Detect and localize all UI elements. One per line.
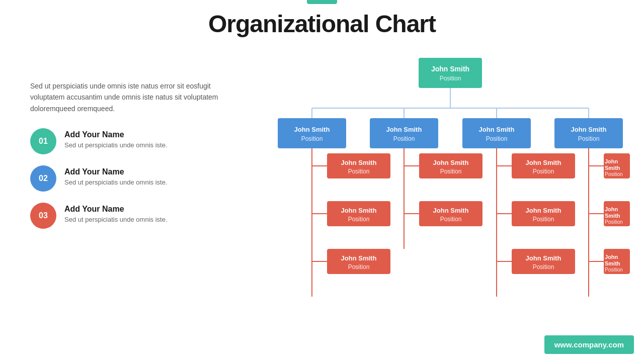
svg-text:John: John xyxy=(605,254,618,260)
item-desc-1: Sed ut perspiciatis unde omnis iste. xyxy=(64,141,168,149)
svg-text:Smith: Smith xyxy=(605,213,620,219)
svg-text:Position: Position xyxy=(533,216,554,223)
numbered-item-2: 02 Add Your Name Sed ut perspiciatis und… xyxy=(30,165,242,192)
svg-rect-12 xyxy=(370,118,438,148)
svg-text:John Smith: John Smith xyxy=(341,159,377,166)
svg-text:Position: Position xyxy=(533,168,554,175)
number-circle-1: 01 xyxy=(30,128,56,154)
item-title-3: Add Your Name xyxy=(64,205,168,214)
item-content-3: Add Your Name Sed ut perspiciatis unde o… xyxy=(64,203,168,223)
svg-text:Position: Position xyxy=(440,216,462,223)
item-desc-3: Sed ut perspiciatis unde omnis iste. xyxy=(64,216,168,223)
svg-text:John Smith: John Smith xyxy=(341,207,377,214)
svg-text:John Smith: John Smith xyxy=(526,254,561,262)
svg-text:Smith: Smith xyxy=(605,260,620,266)
svg-text:Position: Position xyxy=(348,168,370,175)
description-text: Sed ut perspiciatis unde omnis iste natu… xyxy=(30,80,242,114)
svg-text:John Smith: John Smith xyxy=(526,207,561,214)
svg-text:John Smith: John Smith xyxy=(294,126,330,133)
svg-text:Position: Position xyxy=(348,263,370,270)
svg-text:John Smith: John Smith xyxy=(526,159,561,166)
svg-text:Position: Position xyxy=(440,75,461,82)
item-content-2: Add Your Name Sed ut perspiciatis unde o… xyxy=(64,165,168,186)
item-title-2: Add Your Name xyxy=(64,167,168,176)
svg-text:Position: Position xyxy=(393,135,415,142)
footer-url: www.company.com xyxy=(544,335,634,354)
svg-text:Smith: Smith xyxy=(605,165,620,171)
svg-text:John: John xyxy=(605,206,618,212)
numbered-item-1: 01 Add Your Name Sed ut perspiciatis und… xyxy=(30,128,242,154)
svg-text:Position: Position xyxy=(486,135,508,142)
item-desc-2: Sed ut perspiciatis unde omnis iste. xyxy=(64,178,168,186)
svg-text:John: John xyxy=(605,158,618,164)
number-circle-2: 02 xyxy=(30,165,56,192)
svg-text:Position: Position xyxy=(440,168,462,175)
svg-text:Position: Position xyxy=(533,263,554,270)
top-accent-bar xyxy=(307,0,337,4)
number-circle-3: 03 xyxy=(30,203,56,229)
svg-rect-9 xyxy=(278,118,346,148)
svg-text:John Smith: John Smith xyxy=(433,207,469,214)
svg-text:John Smith: John Smith xyxy=(571,126,607,133)
svg-rect-15 xyxy=(462,118,531,148)
numbered-item-3: 03 Add Your Name Sed ut perspiciatis und… xyxy=(30,203,242,229)
svg-rect-18 xyxy=(554,118,623,148)
svg-text:John Smith: John Smith xyxy=(341,254,377,262)
org-chart-container: John Smith Position John Smith Position … xyxy=(267,50,634,349)
item-title-1: Add Your Name xyxy=(64,130,168,139)
left-panel: Sed ut perspiciatis unde omnis iste natu… xyxy=(30,80,242,240)
svg-text:John Smith: John Smith xyxy=(431,65,469,73)
svg-text:John Smith: John Smith xyxy=(479,126,515,133)
org-chart-svg: John Smith Position John Smith Position … xyxy=(267,50,634,347)
svg-text:Position: Position xyxy=(301,135,323,142)
svg-rect-6 xyxy=(419,58,482,88)
svg-text:John Smith: John Smith xyxy=(386,126,422,133)
svg-text:Position: Position xyxy=(605,267,623,273)
svg-text:John Smith: John Smith xyxy=(433,159,469,166)
svg-text:Position: Position xyxy=(578,135,600,142)
svg-text:Position: Position xyxy=(605,219,623,225)
svg-text:Position: Position xyxy=(348,216,370,223)
item-content-1: Add Your Name Sed ut perspiciatis unde o… xyxy=(64,128,168,149)
page-title: Organizational Chart xyxy=(0,10,644,38)
svg-text:Position: Position xyxy=(605,171,623,177)
